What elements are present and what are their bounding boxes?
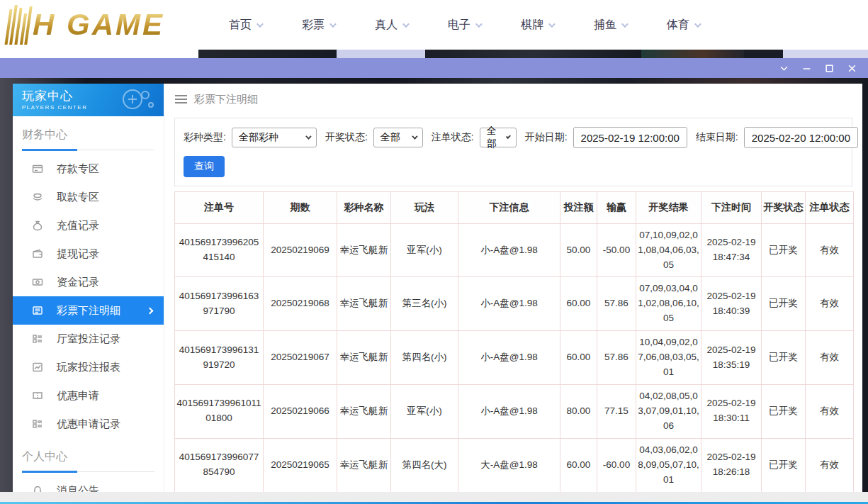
nav-item-0[interactable]: 首页 xyxy=(229,18,261,33)
report-chart-icon xyxy=(32,362,43,373)
sidebar-item-label: 彩票下注明细 xyxy=(57,304,120,318)
draw-status-label: 开奖状态: xyxy=(325,131,368,144)
chevron-down-icon xyxy=(257,21,264,28)
nav-item-label: 首页 xyxy=(229,18,252,33)
sidebar-item-label: 玩家投注报表 xyxy=(57,361,120,374)
sidebar-item-优惠申请记录[interactable]: 优惠申请记录 xyxy=(13,410,164,438)
table-cell: 60.00 xyxy=(560,331,597,385)
sidebar-item-优惠申请[interactable]: 优惠申请 xyxy=(13,381,164,410)
sidebar-item-提现记录[interactable]: 提现记录 xyxy=(13,240,164,268)
table-cell: 有效 xyxy=(806,223,854,277)
sidebar-item-label: 取款专区 xyxy=(57,191,99,204)
table-cell: 有效 xyxy=(806,438,854,492)
sidebar-item-厅室投注记录[interactable]: 厅室投注记录 xyxy=(13,325,164,353)
bet-table: 注单号期数彩种名称玩法下注信息投注额输赢开奖结果下注时间开奖状态注单状态 401… xyxy=(174,191,854,492)
page-header: 彩票下注明细 xyxy=(164,84,862,115)
draw-status-select[interactable]: 全部 xyxy=(373,128,423,147)
query-button[interactable]: 查询 xyxy=(184,156,225,177)
sidebar-item-资金记录[interactable]: 资金记录 xyxy=(13,268,164,296)
minimize-icon xyxy=(802,64,811,73)
sidebar-header: 玩家中心 PLAYERS CENTER xyxy=(13,84,164,116)
table-cell: 2025-02-19 18:47:34 xyxy=(701,223,762,277)
table-cell: 57.86 xyxy=(597,331,636,385)
sidebar-item-存款专区[interactable]: 存款专区 xyxy=(13,155,164,183)
window-controls xyxy=(776,61,859,75)
filter-panel: 彩种类型: 全部彩种 开奖状态: 全部 注单状态: 全部 xyxy=(174,118,852,186)
sidebar-item-取款专区[interactable]: 取款专区 xyxy=(13,183,164,211)
bottom-strip xyxy=(0,492,868,504)
logo-stripes-icon xyxy=(7,5,30,45)
table-row: 40156917399613191972020250219067幸运飞艇新第四名… xyxy=(175,331,854,385)
sidebar-item-label: 充值记录 xyxy=(57,219,99,233)
lottery-type-select[interactable]: 全部彩种 xyxy=(232,128,317,147)
chevron-down-icon xyxy=(402,21,410,28)
maximize-icon xyxy=(825,64,834,73)
table-cell: 2025-02-19 18:30:11 xyxy=(701,384,762,438)
table-cell: 亚军(小) xyxy=(391,384,458,438)
banner-fragment xyxy=(0,50,198,58)
sidebar-item-充值记录[interactable]: 充值记录 xyxy=(13,211,164,240)
table-cell: 已开奖 xyxy=(762,384,806,438)
sidebar-item-玩家投注报表[interactable]: 玩家投注报表 xyxy=(13,353,164,381)
table-cell: 77.15 xyxy=(597,384,636,438)
section-divider xyxy=(22,149,154,152)
window-collapse-button[interactable] xyxy=(776,61,791,75)
nav-item-2[interactable]: 真人 xyxy=(375,18,407,33)
end-date-input[interactable]: 2025-02-20 12:00:00 xyxy=(744,127,858,148)
window-maximize-button[interactable] xyxy=(821,61,837,75)
sidebar-item-彩票下注明细[interactable]: 彩票下注明细 xyxy=(13,296,164,325)
table-cell: 有效 xyxy=(806,384,854,438)
layout-list-icon xyxy=(32,333,43,345)
table-cell: 401569173996077854790 xyxy=(175,438,264,492)
sidebar-item-label: 优惠申请记录 xyxy=(57,418,120,431)
sidebar-item-label: 提现记录 xyxy=(57,247,99,261)
sidebar-item-消息公告[interactable]: 消息公告 xyxy=(13,476,164,492)
table-cell: 07,09,03,04,01,02,08,06,10,05 xyxy=(636,277,701,331)
nav-item-5[interactable]: 捕鱼 xyxy=(594,18,626,33)
window-close-button[interactable] xyxy=(844,61,859,75)
list-icon xyxy=(32,305,43,316)
table-header-cell: 下注时间 xyxy=(701,192,762,224)
nav-item-6[interactable]: 体育 xyxy=(667,18,699,33)
nav-item-3[interactable]: 电子 xyxy=(448,18,480,33)
table-cell: 20250219069 xyxy=(264,223,337,277)
site-logo: H GAME xyxy=(7,5,195,45)
table-header-cell: 开奖状态 xyxy=(762,192,806,224)
banner-fragment xyxy=(425,50,641,58)
table-cell: -50.00 xyxy=(597,223,636,277)
logo-text: H GAME xyxy=(33,5,164,45)
chevron-down-icon xyxy=(694,21,701,28)
end-date-label: 结束日期: xyxy=(696,131,738,144)
hamburger-icon[interactable] xyxy=(175,95,187,103)
ticket-icon xyxy=(32,390,43,401)
nav-item-4[interactable]: 棋牌 xyxy=(521,18,553,33)
table-cell: 大-A盘@1.98 xyxy=(458,438,560,492)
table-cell: 401569173996101101800 xyxy=(175,384,264,438)
withdraw-hand-icon xyxy=(32,191,43,203)
nav-menu: 首页彩票真人电子棋牌捕鱼体育 xyxy=(229,18,699,33)
table-cell: 幸运飞艇新 xyxy=(337,331,391,385)
table-header-cell: 彩种名称 xyxy=(337,192,391,224)
table-cell: -60.00 xyxy=(597,438,636,492)
table-cell: 亚军(小) xyxy=(391,223,458,277)
table-cell: 401569173996163971790 xyxy=(175,277,264,331)
table-header-cell: 注单状态 xyxy=(806,192,854,224)
window-minimize-button[interactable] xyxy=(799,61,814,75)
draw-status-value: 全部 xyxy=(381,131,400,144)
sidebar: 玩家中心 PLAYERS CENTER 财务中心存款专区取款专区充值记录提现记录… xyxy=(13,84,164,492)
table-cell: 50.00 xyxy=(560,223,597,277)
filter-row: 彩种类型: 全部彩种 开奖状态: 全部 注单状态: 全部 xyxy=(184,127,843,148)
order-status-select[interactable]: 全部 xyxy=(480,128,517,147)
wallet-icon xyxy=(32,248,43,259)
gamepad-icon xyxy=(111,86,158,115)
start-date-input[interactable]: 2025-02-19 12:00:00 xyxy=(573,127,687,148)
table-cell: 幸运飞艇新 xyxy=(337,384,391,438)
table-header-cell: 投注额 xyxy=(560,192,597,224)
nav-item-1[interactable]: 彩票 xyxy=(302,18,334,33)
site-navbar: H GAME 首页彩票真人电子棋牌捕鱼体育 xyxy=(0,0,868,50)
table-header-cell: 注单号 xyxy=(175,192,264,224)
table-cell: 已开奖 xyxy=(762,277,806,331)
table-cell: 已开奖 xyxy=(762,331,806,385)
table-header-cell: 期数 xyxy=(264,192,337,224)
nav-item-label: 电子 xyxy=(448,18,470,33)
